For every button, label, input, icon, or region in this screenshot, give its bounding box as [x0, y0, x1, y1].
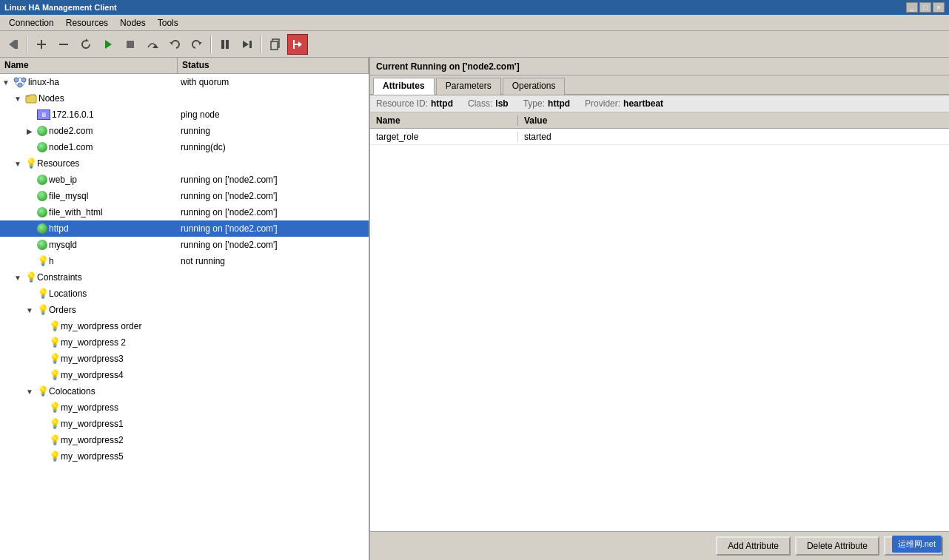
- label-colocations: Colocations: [49, 386, 95, 397]
- expander-linux-ha[interactable]: [0, 76, 12, 88]
- title-bar: Linux HA Management Client _ □ ×: [0, 0, 949, 15]
- tree-row-httpd[interactable]: httpd running on ['node2.com']: [0, 220, 369, 237]
- tree-row-my-wordpress-2[interactable]: 💡 my_wordpress 2: [0, 334, 369, 351]
- tree-name-httpd: httpd: [0, 223, 178, 235]
- back-button[interactable]: [3, 34, 24, 55]
- expander-nodes[interactable]: [12, 92, 24, 104]
- copy-button[interactable]: [265, 34, 286, 55]
- tree-row-mysqld[interactable]: mysqld running on ['node2.com']: [0, 237, 369, 253]
- tree-name-my-wordpress-order: 💡 my_wordpress order: [0, 320, 178, 332]
- start-button[interactable]: [98, 34, 118, 55]
- menu-resources[interactable]: Resources: [60, 16, 114, 30]
- menu-nodes[interactable]: Nodes: [114, 16, 152, 30]
- tree-row-172[interactable]: 🖥 172.16.0.1 ping node: [0, 107, 369, 123]
- col-status: Status: [178, 58, 369, 73]
- status-linux-ha: with quorum: [178, 77, 366, 87]
- tabs-bar: Attributes Parameters Operations: [370, 75, 949, 95]
- status-file-with-html: running on ['node2.com']: [178, 207, 366, 217]
- expander-colocations[interactable]: [24, 385, 36, 397]
- tree-name-my-wordpress2: 💡 my_wordpress2: [0, 434, 178, 446]
- label-my-wordpress-2: my_wordpress 2: [61, 337, 126, 348]
- close-button[interactable]: ×: [933, 2, 945, 13]
- toolbar: [0, 31, 949, 58]
- provider-item: Provider: heartbeat: [585, 98, 663, 109]
- tree-name-my-wordpress5: 💡 my_wordpress5: [0, 451, 178, 462]
- tree-row-linux-ha[interactable]: linux-ha with quorum: [0, 74, 369, 90]
- migrate-button[interactable]: [142, 34, 163, 55]
- label-my-wordpress3: my_wordpress3: [61, 354, 124, 364]
- svg-marker-18: [298, 41, 302, 47]
- tree-row-file-mysql[interactable]: file_mysql running on ['node2.com']: [0, 188, 369, 204]
- tab-parameters[interactable]: Parameters: [436, 78, 501, 95]
- tree-row-constraints[interactable]: 💡 Constraints: [0, 269, 369, 286]
- minimize-button[interactable]: _: [906, 2, 918, 13]
- label-orders: Orders: [49, 305, 76, 315]
- maximize-button[interactable]: □: [919, 2, 931, 13]
- tree-row-node2[interactable]: node2.com running: [0, 123, 369, 139]
- status-node1: running(dc): [178, 142, 366, 152]
- stop-button[interactable]: [120, 34, 141, 55]
- tree-row-my-wordpress-order[interactable]: 💡 my_wordpress order: [0, 318, 369, 334]
- add-button[interactable]: [31, 34, 52, 55]
- refresh-button[interactable]: [76, 34, 96, 55]
- green-dot-mysqld: [37, 240, 47, 250]
- expander-node2[interactable]: [24, 125, 36, 137]
- exit-button[interactable]: [287, 34, 308, 55]
- tree-row-resources[interactable]: 💡 Resources: [0, 155, 369, 172]
- content-area: Resource ID: httpd Class: lsb Type: http…: [370, 95, 949, 531]
- tree-row-orders[interactable]: 💡 Orders: [0, 302, 369, 318]
- green-dot-file-with-html: [37, 207, 47, 217]
- label-my-wordpress1: my_wordpress1: [61, 419, 124, 429]
- toolbar-separator-2: [210, 36, 212, 53]
- bulb-icon-orders: 💡: [37, 305, 47, 315]
- tab-attributes[interactable]: Attributes: [373, 78, 435, 95]
- label-my-wordpress2: my_wordpress2: [61, 435, 124, 445]
- delete-attribute-button[interactable]: Delete Attribute: [795, 536, 879, 556]
- bulb-icon-constraints: 💡: [25, 272, 36, 283]
- label-node1: node1.com: [49, 142, 93, 152]
- status-h: not running: [178, 256, 366, 266]
- expander-constraints[interactable]: [12, 271, 24, 283]
- tree-row-my-wordpress[interactable]: 💡 my_wordpress: [0, 399, 369, 416]
- menu-connection[interactable]: Connection: [3, 16, 60, 30]
- tree-row-my-wordpress4[interactable]: 💡 my_wordpress4: [0, 367, 369, 383]
- tree-row-my-wordpress5[interactable]: 💡 my_wordpress5: [0, 448, 369, 465]
- attr-row-0[interactable]: target_role started: [370, 129, 949, 145]
- skip-button[interactable]: [237, 34, 258, 55]
- status-172: ping node: [178, 109, 366, 120]
- bulb-icon-colocations: 💡: [37, 386, 47, 397]
- add-attribute-button[interactable]: Add Attribute: [716, 536, 791, 556]
- svg-rect-1: [15, 40, 18, 49]
- menu-bar: Connection Resources Nodes Tools: [0, 15, 949, 31]
- label-my-wordpress-order: my_wordpress order: [61, 321, 141, 331]
- provider-value: heartbeat: [623, 98, 663, 109]
- panel-header: Current Running on ['node2.com']: [370, 58, 949, 75]
- tree-row-web-ip[interactable]: web_ip running on ['node2.com']: [0, 172, 369, 188]
- tree-row-nodes[interactable]: Nodes: [0, 90, 369, 107]
- tree-row-my-wordpress1[interactable]: 💡 my_wordpress1: [0, 416, 369, 432]
- tree-name-file-with-html: file_with_html: [0, 206, 178, 218]
- tree-row-my-wordpress3[interactable]: 💡 my_wordpress3: [0, 351, 369, 367]
- bottom-bar: Add Attribute Delete Attribute Apply: [370, 531, 949, 560]
- tree-row-locations[interactable]: 💡 Locations: [0, 286, 369, 302]
- redo-button[interactable]: [187, 34, 207, 55]
- undo-button[interactable]: [164, 34, 185, 55]
- tree-body[interactable]: linux-ha with quorum Nodes: [0, 74, 369, 560]
- expander-orders[interactable]: [24, 304, 36, 316]
- expander-resources[interactable]: [12, 158, 24, 169]
- tree-row-node1[interactable]: node1.com running(dc): [0, 139, 369, 155]
- tree-row-my-wordpress2[interactable]: 💡 my_wordpress2: [0, 432, 369, 448]
- tab-operations[interactable]: Operations: [503, 78, 566, 95]
- tree-name-resources: 💡 Resources: [0, 158, 178, 169]
- window-controls[interactable]: _ □ ×: [906, 2, 945, 13]
- remove-button[interactable]: [53, 34, 74, 55]
- tree-row-file-with-html[interactable]: file_with_html running on ['node2.com']: [0, 204, 369, 220]
- toolbar-separator-3: [261, 36, 262, 53]
- app-title: Linux HA Management Client: [4, 3, 117, 12]
- label-my-wordpress4: my_wordpress4: [61, 370, 124, 380]
- tree-row-colocations[interactable]: 💡 Colocations: [0, 383, 369, 399]
- tree-name-web-ip: web_ip: [0, 174, 178, 186]
- pause-button[interactable]: [215, 34, 235, 55]
- menu-tools[interactable]: Tools: [152, 16, 184, 30]
- tree-row-h[interactable]: 💡 h not running: [0, 253, 369, 269]
